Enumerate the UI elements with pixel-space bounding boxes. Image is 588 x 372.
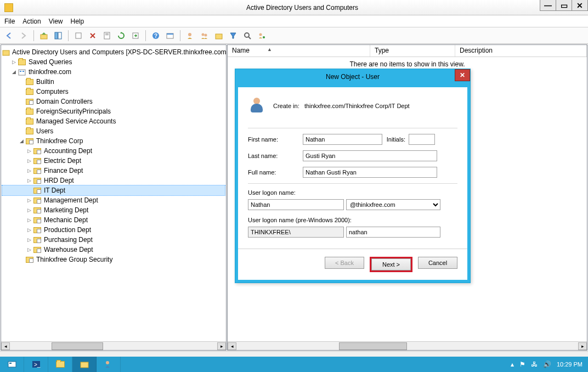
folder-icon xyxy=(25,78,34,86)
expand-icon[interactable]: ▷ xyxy=(25,158,33,164)
logon-input[interactable] xyxy=(248,199,344,210)
export-icon[interactable] xyxy=(129,30,142,42)
ou-icon xyxy=(33,177,42,184)
list-hscroll[interactable]: ◂ ▸ xyxy=(228,341,587,350)
tree-dc[interactable]: Domain Controllers xyxy=(36,98,93,105)
tree-group-sec[interactable]: Thinkxfree Group Security xyxy=(36,256,112,263)
clock[interactable]: 10:29 PM xyxy=(557,361,583,368)
tree-accounting[interactable]: Accounting Dept xyxy=(44,147,92,155)
back-button[interactable]: < Back xyxy=(325,257,364,269)
last-name-input[interactable] xyxy=(303,150,437,161)
menu-view[interactable]: View xyxy=(49,18,63,25)
first-name-input[interactable] xyxy=(303,134,382,145)
ou-icon xyxy=(33,187,42,194)
tree-msa[interactable]: Managed Service Accounts xyxy=(36,117,116,125)
domain-suffix-select[interactable]: @thinkxfree.com xyxy=(346,199,440,210)
ou-icon xyxy=(33,246,42,253)
tree-saved-queries[interactable]: Saved Queries xyxy=(29,58,72,66)
svg-text:?: ? xyxy=(154,33,157,39)
expand-icon[interactable]: ▷ xyxy=(25,168,33,173)
tree-it[interactable]: IT Dept xyxy=(44,187,65,194)
filter-icon[interactable] xyxy=(227,30,239,42)
tree-hscroll[interactable]: ◂ ▸ xyxy=(1,341,226,350)
forward-icon[interactable] xyxy=(18,30,30,42)
tree-warehouse[interactable]: Warehouse Dept xyxy=(44,246,93,253)
new-ou-icon[interactable] xyxy=(213,30,225,42)
expand-icon[interactable]: ▷ xyxy=(25,207,33,213)
menu-action[interactable]: Action xyxy=(22,18,41,25)
scroll-right-icon[interactable]: ▸ xyxy=(217,342,226,350)
expand-icon[interactable]: ▷ xyxy=(25,227,33,233)
tree-computers[interactable]: Computers xyxy=(36,88,69,95)
show-hide-icon[interactable] xyxy=(52,30,64,42)
next-button[interactable]: Next > xyxy=(371,258,411,270)
tree-hrd[interactable]: HRD Dept xyxy=(44,177,74,184)
logon2000-input[interactable] xyxy=(346,227,440,238)
new-user-icon[interactable] xyxy=(184,30,196,42)
initials-input[interactable] xyxy=(409,134,435,145)
tree-purchasing[interactable]: Purchasing Dept xyxy=(44,236,93,244)
expand-icon[interactable]: ▷ xyxy=(25,237,33,243)
col-desc[interactable]: Description xyxy=(455,45,587,57)
maximize-button[interactable]: ▭ xyxy=(556,0,572,11)
expand-icon[interactable]: ▷ xyxy=(25,148,33,154)
collapse-icon[interactable]: ◢ xyxy=(18,138,25,144)
taskbar-aduc[interactable] xyxy=(72,357,97,372)
cut-icon[interactable] xyxy=(72,30,84,42)
refresh-icon[interactable] xyxy=(115,30,127,42)
delete-icon[interactable] xyxy=(87,30,99,42)
col-name[interactable]: Name xyxy=(228,45,370,57)
menu-file[interactable]: File xyxy=(4,18,15,25)
scroll-right-icon[interactable]: ▸ xyxy=(578,342,587,350)
flag-icon[interactable]: ⚑ xyxy=(519,360,525,368)
column-headers: Name Type Description xyxy=(228,45,587,57)
expand-icon[interactable]: ▷ xyxy=(10,59,18,65)
full-name-input[interactable] xyxy=(303,167,437,178)
expand-icon[interactable]: ▷ xyxy=(25,198,33,203)
search-icon[interactable] xyxy=(241,30,253,42)
show-hidden-icon[interactable]: ▴ xyxy=(511,360,514,368)
scroll-left-icon[interactable]: ◂ xyxy=(228,342,236,350)
close-button[interactable]: ✕ xyxy=(572,0,588,11)
col-type[interactable]: Type xyxy=(370,45,455,57)
taskbar-server-manager[interactable] xyxy=(0,357,24,372)
expand-icon[interactable]: ▷ xyxy=(25,217,33,223)
network-icon[interactable]: 🖧 xyxy=(531,360,538,368)
tree-root[interactable]: Active Directory Users and Computers [XP… xyxy=(12,48,226,56)
cancel-button[interactable]: Cancel xyxy=(418,257,457,269)
dialog-titlebar[interactable]: New Object - User ✕ xyxy=(235,69,470,84)
up-icon[interactable] xyxy=(38,30,50,42)
find-icon[interactable] xyxy=(164,30,176,42)
scroll-left-icon[interactable]: ◂ xyxy=(1,342,10,350)
svg-rect-21 xyxy=(19,70,25,75)
volume-icon[interactable]: 🔊 xyxy=(543,360,551,368)
tree-finance[interactable]: Finance Dept xyxy=(44,167,83,174)
expand-icon[interactable]: ▷ xyxy=(25,178,33,183)
expand-icon[interactable]: ▷ xyxy=(25,247,33,252)
minimize-button[interactable]: — xyxy=(540,0,556,11)
tree-builtin[interactable]: Builtin xyxy=(36,78,54,86)
tree-marketing[interactable]: Marketing Dept xyxy=(44,206,88,214)
collapse-icon[interactable]: ◢ xyxy=(10,69,18,75)
tree-fsp[interactable]: ForeignSecurityPrincipals xyxy=(36,108,111,115)
menu-help[interactable]: Help xyxy=(71,18,84,25)
ou-icon xyxy=(33,167,42,174)
svg-rect-20 xyxy=(3,50,9,55)
taskbar-explorer[interactable] xyxy=(48,357,72,372)
properties-icon[interactable] xyxy=(101,30,113,42)
tree-electric[interactable]: Electric Dept xyxy=(44,157,81,165)
tree-mechanic[interactable]: Mechanic Dept xyxy=(44,216,88,224)
tree-corp[interactable]: Thinkxfree Corp xyxy=(36,137,83,145)
dialog-close-button[interactable]: ✕ xyxy=(455,69,470,81)
tree-domain[interactable]: thinkxfree.com xyxy=(29,68,71,76)
back-icon[interactable] xyxy=(3,30,15,42)
tree-production[interactable]: Production Dept xyxy=(44,226,91,234)
add-to-group-icon[interactable] xyxy=(256,30,268,42)
taskbar-app[interactable] xyxy=(97,357,121,372)
new-group-icon[interactable] xyxy=(199,30,211,42)
tree-users[interactable]: Users xyxy=(36,127,53,135)
help-icon[interactable]: ? xyxy=(150,30,162,42)
ou-icon xyxy=(33,226,42,234)
tree-management[interactable]: Management Dept xyxy=(44,196,98,204)
taskbar-powershell[interactable]: >_ xyxy=(24,357,48,372)
